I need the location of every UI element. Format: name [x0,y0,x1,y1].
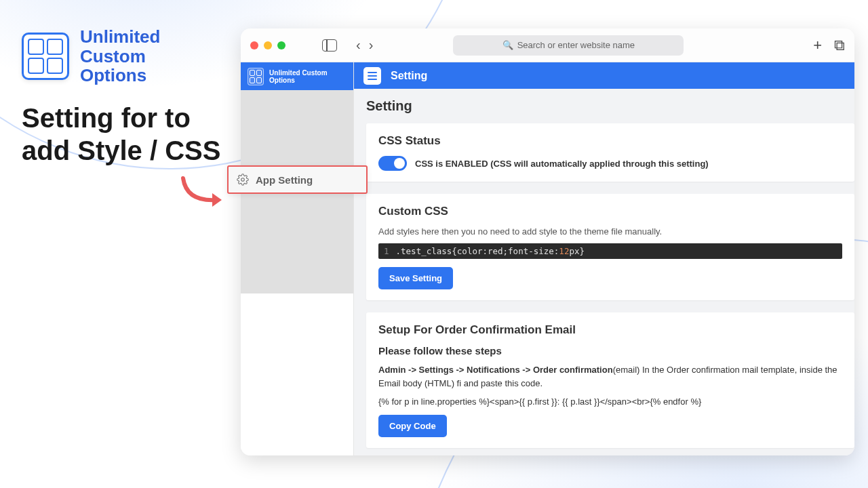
sidebar-app-name: Unlimited Custom Options [269,69,347,84]
custom-css-hint: Add styles here then you no need to add … [378,226,842,237]
sidebar-logo-icon [248,68,264,85]
order-email-card: Setup For Order Confirmation Email Pleas… [366,312,854,448]
app-setting-callout[interactable]: App Setting [227,165,368,194]
svg-point-0 [241,178,245,182]
custom-css-title: Custom CSS [378,205,842,218]
page-header: Setting [354,62,854,89]
app-setting-label: App Setting [256,174,313,186]
maximize-window-button[interactable] [277,41,285,49]
url-bar[interactable]: 🔍 Search or enter website name [453,35,684,56]
css-status-toggle[interactable] [378,156,407,171]
promo-logo: Unlimited Custom Options [22,27,216,85]
css-status-title: CSS Status [378,134,842,148]
copy-code-button[interactable]: Copy Code [378,415,447,437]
css-status-card: CSS Status CSS is ENABLED (CSS will auto… [366,123,854,182]
callout-arrow-icon [180,175,227,209]
tabs-overview-button[interactable]: ⧉ [834,37,845,54]
close-window-button[interactable] [250,41,258,49]
sidebar-header: Unlimited Custom Options [241,62,353,90]
order-email-code: {% for p in line.properties %}<span>{{ p… [378,396,842,407]
css-status-label: CSS is ENABLED (CSS will automatically a… [415,159,709,169]
forward-button[interactable]: › [366,36,376,54]
search-icon: 🔍 [502,40,513,50]
sidebar-toggle-icon[interactable] [322,39,337,52]
app-name: Unlimited Custom Options [80,27,216,85]
css-editor[interactable]: 1 .test_class{color:red;font-size:12px} [378,243,842,259]
section-title: Setting [366,98,854,114]
promo-heading: Setting for to add Style / CSS [22,102,225,167]
browser-window: ‹ › 🔍 Search or enter website name + ⧉ U… [241,28,854,455]
order-email-title: Setup For Order Confirmation Email [378,323,842,337]
gear-icon [237,174,249,186]
app-logo-icon [22,33,69,80]
window-controls [250,41,285,49]
minimize-window-button[interactable] [264,41,272,49]
back-button[interactable]: ‹ [353,36,363,54]
line-number: 1 [384,246,389,256]
page-header-title: Setting [391,70,427,82]
order-email-subheading: Please follow these steps [378,345,842,357]
custom-css-card: Custom CSS Add styles here then you no n… [366,194,854,300]
browser-titlebar: ‹ › 🔍 Search or enter website name + ⧉ [241,28,854,62]
save-setting-button[interactable]: Save Setting [378,267,453,289]
order-email-instructions: Admin -> Settings -> Notifications -> Or… [378,363,842,390]
app-sidebar: Unlimited Custom Options [241,62,354,455]
url-placeholder: Search or enter website name [517,40,635,50]
css-code: .test_class{color:red;font-size:12px} [396,246,585,256]
menu-toggle-button[interactable] [363,67,381,85]
new-tab-button[interactable]: + [813,37,822,54]
